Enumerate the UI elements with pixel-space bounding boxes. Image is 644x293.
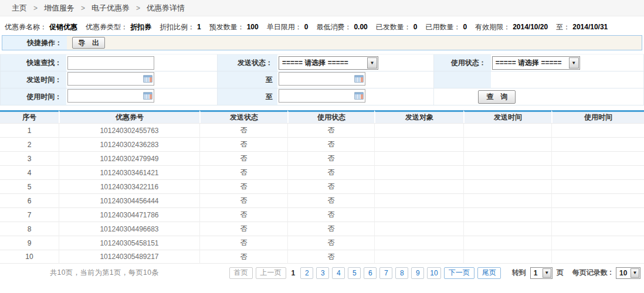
dropdown-arrow-icon[interactable]: ▼ <box>543 268 551 278</box>
info-field-label: 已用数量： <box>425 23 460 31</box>
send-time-from-input[interactable] <box>67 72 154 86</box>
page-link-3[interactable]: 3 <box>316 267 329 279</box>
breadcrumb-coupon-detail: 优惠券详情 <box>147 3 185 13</box>
info-field-4: 单日限用：0 <box>267 22 314 32</box>
table-row: 1101240302455763否否 <box>0 123 644 137</box>
cell-send: 否 <box>199 207 287 222</box>
info-field-label: 单日限用： <box>267 23 302 31</box>
cell-seq: 1 <box>0 123 59 137</box>
cell-target <box>374 123 463 137</box>
calendar-icon[interactable] <box>354 92 364 100</box>
cell-coupon: 101240304496683 <box>59 222 199 236</box>
table-row: 7101240304471786否否 <box>0 207 644 222</box>
cell-coupon: 101240302455763 <box>59 123 199 137</box>
cell-seq: 7 <box>0 207 59 222</box>
coupon-table-body: 1101240302455763否否2101240302436283否否3101… <box>0 123 644 264</box>
table-row: 4101240303461421否否 <box>0 165 644 179</box>
cell-send: 否 <box>199 250 287 264</box>
use-time-to-input[interactable] <box>279 89 365 103</box>
cell-coupon: 101240305458151 <box>59 236 199 250</box>
cell-use: 否 <box>287 165 374 179</box>
use-time-from-input[interactable] <box>67 89 154 103</box>
cell-send: 否 <box>199 236 287 250</box>
goto-page-select[interactable]: 1 ▼ <box>530 267 553 279</box>
quick-search-input[interactable] <box>67 56 154 70</box>
use-status-label: 使用状态： <box>434 54 491 71</box>
cell-use_time <box>551 179 644 193</box>
cell-seq: 6 <box>0 193 59 207</box>
cell-use: 否 <box>287 236 374 250</box>
table-row: 5101240303422116否否 <box>0 179 644 193</box>
page-link-4[interactable]: 4 <box>332 267 345 279</box>
use-status-select[interactable]: ===== 请选择 ===== ▼ <box>492 56 580 70</box>
page-link-5[interactable]: 5 <box>348 267 361 279</box>
current-page: 1 <box>289 267 298 279</box>
cell-send_time <box>463 137 551 151</box>
cell-use: 否 <box>287 179 374 193</box>
cell-use: 否 <box>287 250 374 264</box>
per-page-select[interactable]: 10 ▼ <box>616 267 640 279</box>
cell-use: 否 <box>287 193 374 207</box>
page-link-8[interactable]: 8 <box>395 267 408 279</box>
query-button[interactable]: 查 询 <box>478 90 516 104</box>
cell-send: 否 <box>199 222 287 236</box>
first-page-button[interactable]: 首页 <box>229 267 253 279</box>
send-status-label: 发送状态： <box>217 54 277 71</box>
breadcrumb-e-coupon[interactable]: 电子优惠券 <box>91 3 130 13</box>
cell-use: 否 <box>287 222 374 236</box>
cell-send_time <box>463 165 551 179</box>
use-time-to-label: 至 <box>217 88 277 105</box>
info-field-5: 最低消费：0.00 <box>316 22 373 32</box>
cell-send_time <box>463 179 551 193</box>
col-header-use-status: 使用状态 <box>287 110 374 123</box>
filter-form: 快速查找： 发送状态： ===== 请选择 ===== ▼ 使用状态： ====… <box>0 54 644 105</box>
breadcrumb-home[interactable]: 主页 <box>12 3 27 13</box>
info-field-1: 优惠券类型：折扣券 <box>86 22 157 32</box>
cell-use: 否 <box>287 151 374 165</box>
info-field-2: 折扣比例：1 <box>160 22 207 32</box>
cell-use_time <box>551 236 644 250</box>
info-field-value: 0.00 <box>354 23 367 31</box>
prev-page-button[interactable]: 上一页 <box>256 267 286 279</box>
calendar-icon[interactable] <box>354 75 364 83</box>
cell-send_time <box>463 222 551 236</box>
breadcrumb-separator: > <box>81 4 85 12</box>
dropdown-arrow-icon[interactable]: ▼ <box>631 268 639 278</box>
use-time-label: 使用时间： <box>1 88 67 105</box>
col-header-send-target: 发送对象 <box>374 110 463 123</box>
cell-target <box>374 193 463 207</box>
cell-coupon: 101240303461421 <box>59 165 199 179</box>
page-link-2[interactable]: 2 <box>300 267 313 279</box>
dropdown-arrow-icon[interactable]: ▼ <box>569 57 579 69</box>
info-field-value: 0 <box>304 23 309 31</box>
page-link-7[interactable]: 7 <box>379 267 392 279</box>
table-header-row: 序号 优惠券号 发送状态 使用状态 发送对象 发送时间 使用时间 <box>0 110 644 123</box>
send-status-select[interactable]: ===== 请选择 ===== ▼ <box>279 56 378 70</box>
next-page-button[interactable]: 下一页 <box>444 267 474 279</box>
page-link-6[interactable]: 6 <box>364 267 377 279</box>
table-row: 3101240302479949否否 <box>0 151 644 165</box>
cell-seq: 4 <box>0 165 59 179</box>
cell-use_time <box>551 151 644 165</box>
export-button[interactable]: 导 出 <box>72 37 105 49</box>
cell-send: 否 <box>199 123 287 137</box>
cell-send_time <box>463 236 551 250</box>
cell-target <box>374 151 463 165</box>
cell-target <box>374 236 463 250</box>
info-field-value: 1 <box>197 23 201 31</box>
send-time-label: 发送时间： <box>1 71 67 88</box>
info-field-label: 折扣比例： <box>160 23 195 31</box>
last-page-button[interactable]: 尾页 <box>477 267 501 279</box>
dropdown-arrow-icon[interactable]: ▼ <box>367 57 377 69</box>
breadcrumb-value-added-services[interactable]: 增值服务 <box>44 3 74 13</box>
cell-seq: 9 <box>0 236 59 250</box>
page-link-10[interactable]: 10 <box>427 267 440 279</box>
coupon-table: 序号 优惠券号 发送状态 使用状态 发送对象 发送时间 使用时间 1101240… <box>0 110 644 264</box>
calendar-icon[interactable] <box>143 75 152 83</box>
cell-use: 否 <box>287 137 374 151</box>
cell-coupon: 101240304471786 <box>59 207 199 222</box>
send-time-to-input[interactable] <box>279 72 365 86</box>
page-link-9[interactable]: 9 <box>411 267 424 279</box>
cell-send_time <box>463 123 551 137</box>
calendar-icon[interactable] <box>143 92 152 100</box>
